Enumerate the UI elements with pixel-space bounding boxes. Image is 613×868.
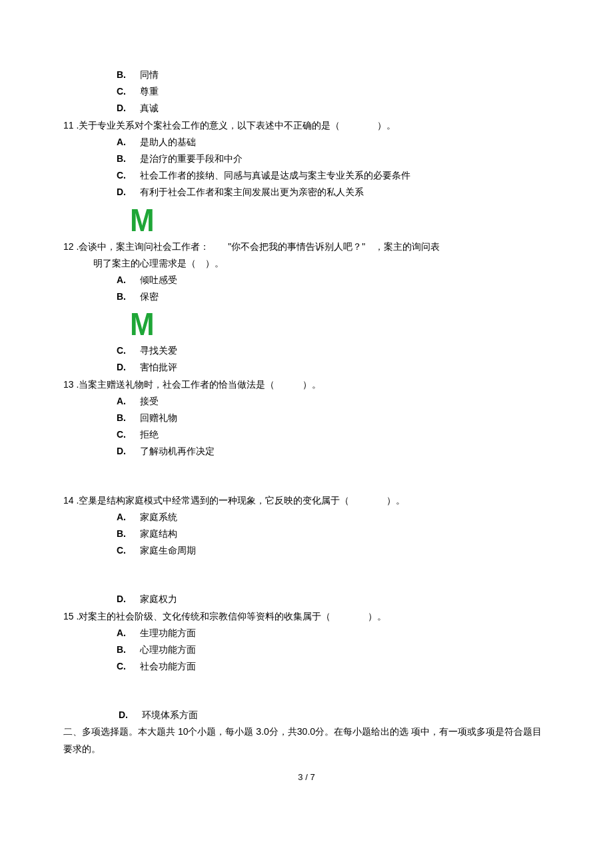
question-text: 当案主赠送礼物时，社会工作者的恰当做法是（ ）。 (79, 376, 550, 393)
option-letter: B. (117, 410, 140, 426)
option-text: 家庭系统 (140, 509, 177, 526)
option-text: 家庭生命周期 (140, 542, 196, 559)
option-row: D. 有利于社会工作者和案主间发展出更为亲密的私人关系 (117, 184, 550, 201)
option-letter: B. (117, 642, 140, 658)
option-letter: A. (117, 509, 140, 526)
option-letter: D. (117, 100, 140, 117)
option-text: 社会工作者的接纳、同感与真诚是达成与案主专业关系的必要条件 (140, 167, 410, 184)
option-letter: D. (117, 184, 140, 201)
option-row: C. 寻找关爱 (117, 342, 550, 359)
question-number: 11 . (63, 117, 79, 134)
option-letter: C. (117, 426, 140, 443)
option-letter: C. (117, 83, 140, 100)
watermark-icon: M (130, 204, 592, 236)
question-text: 关于专业关系对个案社会工作的意义，以下表述中不正确的是（ ）。 (79, 117, 550, 134)
option-text: 同情 (140, 67, 159, 83)
option-row: B. 心理功能方面 (117, 642, 550, 658)
option-text: 真诚 (140, 100, 159, 117)
option-row: A. 是助人的基础 (117, 134, 550, 151)
option-row: D. 家庭权力 (117, 591, 550, 608)
document-page: B. 同情 C. 尊重 D. 真诚 11 . 关于专业关系对个案社会工作的意义，… (0, 0, 613, 868)
watermark-icon: M (130, 308, 592, 340)
option-letter: B. (117, 526, 140, 542)
question-number: 12 . (63, 238, 79, 255)
option-row: A. 倾吐感受 (117, 272, 550, 288)
option-row: C. 社会功能方面 (117, 658, 550, 675)
question-13: 13 . 当案主赠送礼物时，社会工作者的恰当做法是（ ）。 (63, 376, 550, 393)
section-two-heading: 二、多项选择题。本大题共 10个小题，每小题 3.0分，共30.0分。在每小题给… (63, 723, 550, 757)
option-text: 生理功能方面 (140, 625, 196, 642)
option-row: D. 害怕批评 (117, 359, 550, 376)
question-text: 对案主的社会阶级、文化传统和宗教信仰等资料的收集属于（ ）。 (79, 608, 550, 625)
option-letter: D. (117, 443, 140, 460)
option-letter: B. (117, 67, 140, 83)
option-text: 了解动机再作决定 (140, 443, 215, 460)
option-text: 害怕批评 (140, 359, 177, 376)
question-15: 15 . 对案主的社会阶级、文化传统和宗教信仰等资料的收集属于（ ）。 (63, 608, 550, 625)
option-letter: C. (117, 167, 140, 184)
option-text: 保密 (140, 288, 159, 305)
option-row: A. 家庭系统 (117, 509, 550, 526)
option-row: C. 社会工作者的接纳、同感与真诚是达成与案主专业关系的必要条件 (117, 167, 550, 184)
option-letter: A. (117, 272, 140, 288)
option-row: D. 真诚 (117, 100, 550, 117)
option-letter: D. (117, 591, 140, 608)
option-letter: B. (117, 151, 140, 167)
option-letter: C. (117, 342, 140, 359)
option-row: A. 生理功能方面 (117, 625, 550, 642)
question-number: 14 . (63, 492, 79, 509)
option-text: 有利于社会工作者和案主间发展出更为亲密的私人关系 (140, 184, 364, 201)
option-letter: D. (119, 707, 142, 723)
question-14: 14 . 空巢是结构家庭模式中经常遇到的一种现象，它反映的变化属于（ ）。 (63, 492, 550, 509)
option-row: B. 家庭结构 (117, 526, 550, 542)
question-number: 13 . (63, 376, 79, 393)
option-row: C. 家庭生命周期 (117, 542, 550, 559)
option-text: 是治疗的重要手段和中介 (140, 151, 243, 167)
option-text: 尊重 (140, 83, 159, 100)
option-row: C. 拒绝 (117, 426, 550, 443)
option-letter: B. (117, 288, 140, 305)
option-text: 环境体系方面 (142, 707, 198, 723)
option-row: B. 同情 (117, 67, 550, 83)
option-text: 回赠礼物 (140, 410, 177, 426)
option-row: A. 接受 (117, 393, 550, 410)
option-text: 社会功能方面 (140, 658, 196, 675)
page-number: 3 / 7 (63, 769, 550, 785)
option-row: B. 保密 (117, 288, 550, 305)
question-11: 11 . 关于专业关系对个案社会工作的意义，以下表述中不正确的是（ ）。 (63, 117, 550, 134)
question-text-cont: 明了案主的心理需求是（ ）。 (93, 255, 550, 272)
option-row: B. 是治疗的重要手段和中介 (117, 151, 550, 167)
question-text: 会谈中，案主询问社会工作者： "你不会把我的事情告诉别人吧？" ，案主的询问表 (79, 238, 550, 255)
option-row: C. 尊重 (117, 83, 550, 100)
question-12: 12 . 会谈中，案主询问社会工作者： "你不会把我的事情告诉别人吧？" ，案主… (63, 238, 550, 255)
option-letter: A. (117, 625, 140, 642)
option-text: 接受 (140, 393, 159, 410)
question-number: 15 . (63, 608, 79, 625)
option-letter: C. (117, 658, 140, 675)
option-letter: A. (117, 393, 140, 410)
option-text: 拒绝 (140, 426, 159, 443)
option-row: D. 了解动机再作决定 (117, 443, 550, 460)
option-letter: C. (117, 542, 140, 559)
question-text: 空巢是结构家庭模式中经常遇到的一种现象，它反映的变化属于（ ）。 (79, 492, 550, 509)
option-letter: D. (117, 359, 140, 376)
option-text: 家庭权力 (140, 591, 177, 608)
option-row: D. 环境体系方面 (119, 707, 550, 723)
option-text: 寻找关爱 (140, 342, 177, 359)
option-text: 家庭结构 (140, 526, 177, 542)
option-row: B. 回赠礼物 (117, 410, 550, 426)
option-text: 是助人的基础 (140, 134, 196, 151)
option-text: 倾吐感受 (140, 272, 177, 288)
option-letter: A. (117, 134, 140, 151)
option-text: 心理功能方面 (140, 642, 196, 658)
